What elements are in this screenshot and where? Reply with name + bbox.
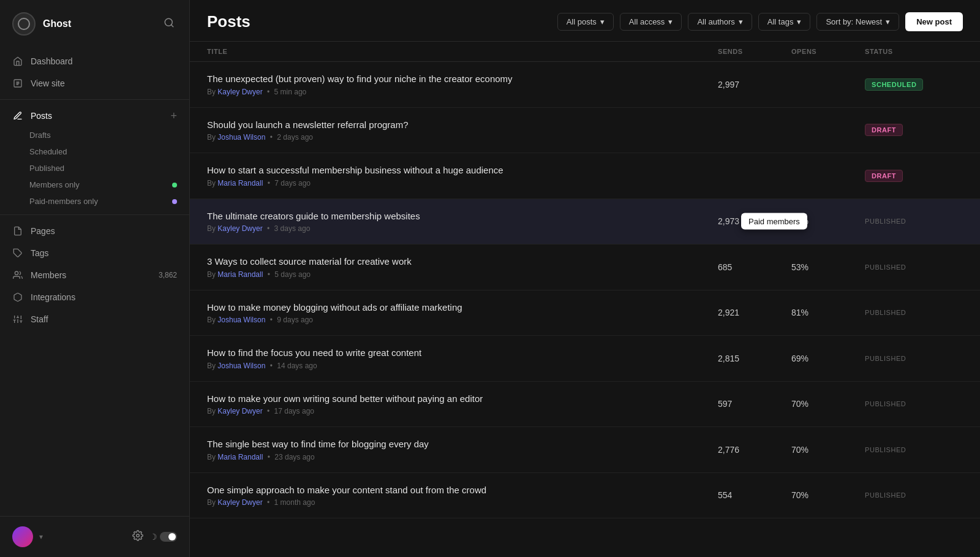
table-row[interactable]: The single best way to find time for blo… — [190, 427, 980, 473]
all-tags-label: All tags — [767, 17, 794, 26]
dashboard-label: Dashboard — [31, 56, 73, 66]
post-title: How to make your own writing sound bette… — [207, 393, 718, 405]
status-cell: PUBLISHED — [865, 218, 963, 225]
status-cell: PUBLISHED — [865, 491, 963, 499]
all-access-filter[interactable]: All access ▾ — [620, 13, 682, 31]
chevron-down-icon-4: ▾ — [797, 17, 801, 26]
search-button[interactable] — [161, 15, 177, 34]
post-meta: By Joshua Wilson • 2 days ago — [207, 133, 718, 142]
opens-value: 53% — [791, 262, 865, 272]
post-title: The ultimate creators guide to membershi… — [207, 210, 718, 222]
sidebar-item-staff[interactable]: Staff — [0, 308, 189, 330]
post-meta: By Kayley Dwyer • 5 min ago — [207, 88, 718, 96]
table-header: TITLE SENDS OPENS STATUS — [190, 42, 980, 62]
members-only-label: Members only — [29, 180, 80, 189]
status-cell: PUBLISHED — [865, 309, 963, 316]
new-post-button[interactable]: New post — [905, 12, 963, 31]
table-row[interactable]: The unexpected (but proven) way to find … — [190, 62, 980, 108]
nav-divider-2 — [0, 214, 189, 215]
add-post-button[interactable]: + — [170, 110, 177, 121]
post-time: 3 days ago — [274, 224, 311, 233]
sends-value: 554 — [718, 490, 791, 500]
user-menu-chevron[interactable]: ▾ — [39, 532, 43, 541]
post-time: 7 days ago — [274, 179, 311, 188]
status-badge: PUBLISHED — [865, 263, 906, 271]
opens-value: 70% — [791, 399, 865, 409]
chevron-down-icon: ▾ — [600, 17, 605, 26]
header-actions: All posts ▾ All access ▾ All authors ▾ A… — [557, 12, 963, 31]
chevron-down-icon-3: ▾ — [739, 17, 743, 26]
main-header: Posts All posts ▾ All access ▾ All autho… — [190, 0, 980, 42]
members-only-dot — [172, 183, 177, 188]
post-time: 14 days ago — [277, 362, 317, 370]
opens-value: 70% — [791, 490, 865, 500]
post-title: The single best way to find time for blo… — [207, 438, 718, 450]
status-badge: DRAFT — [865, 170, 903, 182]
status-badge: PUBLISHED — [865, 218, 906, 225]
nav-divider-1 — [0, 99, 189, 100]
col-title: TITLE — [207, 48, 718, 55]
post-author: Joshua Wilson — [217, 316, 265, 324]
post-author: Kayley Dwyer — [217, 498, 262, 507]
integrations-label: Integrations — [31, 292, 75, 302]
sidebar-item-paid-members-only[interactable]: Paid-members only — [29, 193, 189, 210]
scheduled-label: Scheduled — [29, 147, 67, 156]
post-meta: By Maria Randall • 7 days ago — [207, 179, 718, 188]
table-row[interactable]: The ultimate creators guide to membershi… — [190, 199, 980, 245]
pages-label: Pages — [31, 226, 55, 236]
post-title: The unexpected (but proven) way to find … — [207, 73, 718, 85]
col-sends: SENDS — [718, 48, 791, 55]
post-info: How to find the focus you need to write … — [207, 347, 718, 370]
post-author: Joshua Wilson — [217, 133, 265, 142]
posts-sub-nav: Drafts Scheduled Published Members only … — [0, 127, 189, 210]
sidebar-item-members-only[interactable]: Members only — [29, 176, 189, 193]
post-meta: By Maria Randall • 23 days ago — [207, 453, 718, 461]
sidebar-item-dashboard[interactable]: Dashboard — [0, 50, 189, 72]
status-badge: PUBLISHED — [865, 446, 906, 453]
sidebar-item-tags[interactable]: Tags — [0, 242, 189, 264]
table-row[interactable]: How to start a successful membership bus… — [190, 153, 980, 199]
all-authors-filter[interactable]: All authors ▾ — [688, 13, 752, 31]
sort-filter[interactable]: Sort by: Newest ▾ — [816, 13, 899, 31]
sidebar-item-view-site[interactable]: View site — [0, 72, 189, 94]
table-row[interactable]: How to make money blogging without ads o… — [190, 290, 980, 336]
table-row[interactable]: 3 Ways to collect source material for cr… — [190, 244, 980, 290]
status-badge: DRAFT — [865, 124, 903, 136]
table-row[interactable]: Should you launch a newsletter referral … — [190, 108, 980, 154]
status-badge: SCHEDULED — [865, 78, 923, 91]
status-cell: PUBLISHED — [865, 400, 963, 407]
post-title: One simple approach to make your content… — [207, 484, 718, 496]
all-posts-filter[interactable]: All posts ▾ — [557, 13, 614, 31]
post-author: Maria Randall — [217, 453, 263, 461]
settings-icon[interactable] — [132, 530, 143, 544]
sidebar-item-pages[interactable]: Pages — [0, 220, 189, 242]
sends-value: 2,973 — [718, 216, 791, 226]
sidebar-item-scheduled[interactable]: Scheduled — [29, 143, 189, 160]
paid-members-only-dot — [172, 199, 177, 204]
all-tags-filter[interactable]: All tags ▾ — [758, 13, 811, 31]
table-row[interactable]: How to find the focus you need to write … — [190, 336, 980, 382]
status-badge: PUBLISHED — [865, 491, 906, 499]
status-cell: DRAFT — [865, 170, 963, 182]
chevron-down-icon-2: ▾ — [668, 17, 673, 26]
user-avatar[interactable] — [12, 526, 33, 547]
table-row[interactable]: How to make your own writing sound bette… — [190, 382, 980, 428]
published-label: Published — [29, 164, 64, 173]
sidebar-item-posts[interactable]: Posts + — [0, 105, 189, 127]
sends-value: 2,921 — [718, 308, 791, 317]
post-meta: By Maria Randall • 5 days ago — [207, 270, 718, 279]
sidebar-item-members[interactable]: Members 3,862 — [0, 264, 189, 286]
post-info: How to make your own writing sound bette… — [207, 393, 718, 416]
status-badge: PUBLISHED — [865, 400, 906, 407]
opens-value: 72% — [791, 216, 865, 226]
sidebar-item-published[interactable]: Published — [29, 160, 189, 176]
post-meta: By Kayley Dwyer • 17 days ago — [207, 407, 718, 415]
opens-value: 69% — [791, 354, 865, 363]
post-info: The unexpected (but proven) way to find … — [207, 73, 718, 96]
svg-point-17 — [137, 534, 140, 537]
table-row[interactable]: One simple approach to make your content… — [190, 473, 980, 519]
theme-toggle-icon[interactable]: ☽ — [149, 532, 177, 542]
sidebar-item-drafts[interactable]: Drafts — [29, 127, 189, 143]
tags-label: Tags — [31, 248, 49, 258]
sidebar-item-integrations[interactable]: Integrations — [0, 286, 189, 308]
